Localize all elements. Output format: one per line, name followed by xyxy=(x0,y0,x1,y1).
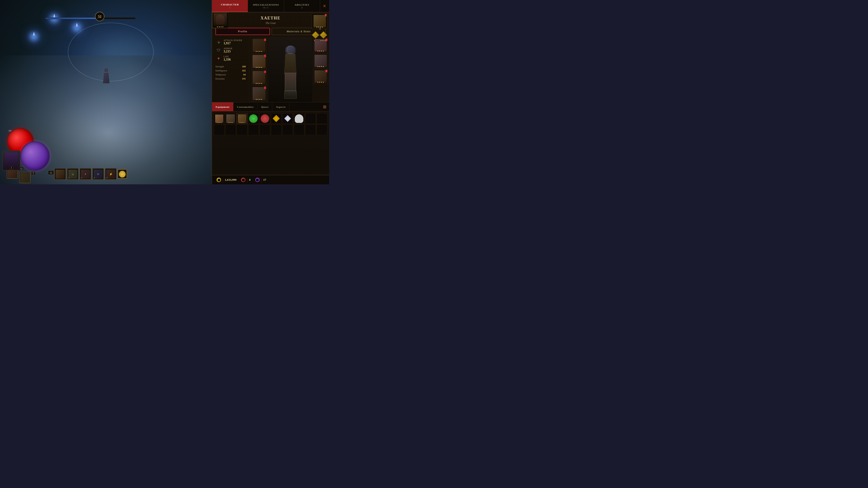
inv-cell-16[interactable] xyxy=(282,125,293,135)
skull-item xyxy=(295,114,303,123)
close-button[interactable]: ✕ xyxy=(320,0,329,12)
exp-bar xyxy=(45,18,135,19)
gold-amount: 1,633,999 xyxy=(225,178,237,182)
yellow-gem xyxy=(273,115,280,122)
stats-panel: ⚔ Attack Power 1,917 🛡 Armor 3,215 xyxy=(212,37,249,102)
stat-armor: 🛡 Armor 3,215 xyxy=(215,47,246,54)
ring-slots-container: ✕ xyxy=(312,30,328,39)
sword-icon: ⚔ xyxy=(215,39,222,45)
inv-cell-7[interactable] xyxy=(294,113,305,124)
inv-cell-14[interactable] xyxy=(259,125,270,135)
inv-cell-10[interactable] xyxy=(214,125,224,135)
stat-strength: Strength 188 xyxy=(215,65,246,68)
equip-chest-slot[interactable] xyxy=(251,54,267,69)
inv-cell-11[interactable] xyxy=(225,125,236,135)
inv-cell-19[interactable] xyxy=(317,125,327,135)
legs-stars xyxy=(256,99,262,100)
flame-2 xyxy=(32,32,36,38)
inv-cell-3[interactable] xyxy=(248,113,259,124)
utility-slot[interactable] xyxy=(118,169,127,179)
inv-cell-18[interactable] xyxy=(305,125,316,135)
inv-cell-13[interactable] xyxy=(248,125,259,135)
equip-head-slot[interactable] xyxy=(251,38,267,53)
hands-stars xyxy=(256,83,262,84)
exp-level-badge: 52 xyxy=(48,170,54,175)
inv-cell-1[interactable] xyxy=(225,113,236,124)
skill-slot-3[interactable]: ❄ 3 xyxy=(92,168,104,180)
inv-tab-aspects[interactable]: Aspects xyxy=(272,102,289,111)
flame-1 xyxy=(52,13,57,20)
companion-key-z: Z xyxy=(9,166,13,169)
skill-slot-2[interactable]: ✦ 2 xyxy=(80,168,91,180)
equip-ring1-slot[interactable] xyxy=(313,54,328,68)
tab-specializations[interactable]: SPECIALIZATIONS IS + C xyxy=(248,0,284,12)
inv-cell-2[interactable] xyxy=(237,113,247,124)
flame-3 xyxy=(74,23,79,29)
inv-cell-6[interactable] xyxy=(282,113,293,124)
stat-life: ♥ Life 1,336 xyxy=(215,55,246,62)
character-main-view: ⚔ Attack Power 1,917 🛡 Armor 3,215 xyxy=(212,37,329,102)
inv-cell-5[interactable] xyxy=(271,113,282,124)
chest-armor-item xyxy=(226,114,235,123)
skill-slot-1[interactable]: ⚔ 1 xyxy=(67,168,79,180)
skill-2-num: 2 xyxy=(81,177,82,179)
stat-willpower: Willpower 94 xyxy=(215,73,246,76)
skill-slot-4[interactable]: ⚡ 4 xyxy=(105,168,117,180)
exp-bar-fill xyxy=(45,18,99,19)
hands-item xyxy=(252,71,266,84)
currency-bar: ⬤ | 1,633,999 ⬤ | 0 ⬤ | 17 xyxy=(212,175,329,184)
secondary-stats: Strength 188 Intelligence 102 Willpower … xyxy=(215,65,246,80)
inv-tab-consumables[interactable]: Consumables xyxy=(234,102,258,111)
game-world: 52 Q T 7/7 Z ⚔ xyxy=(0,0,217,184)
ring-item-left[interactable] xyxy=(312,31,319,39)
character-portrait xyxy=(269,37,312,102)
red-gem xyxy=(260,114,269,123)
legs-item xyxy=(252,87,266,100)
red-shard-amount: 0 xyxy=(249,178,251,182)
equip-legs-slot[interactable] xyxy=(251,86,267,101)
companion-portrait[interactable]: Z xyxy=(2,151,20,170)
skill-slot-lmb[interactable] xyxy=(54,168,66,180)
equip-boots-slot[interactable] xyxy=(313,69,328,84)
inv-cell-0[interactable] xyxy=(214,113,224,124)
skill-portrait-t[interactable] xyxy=(19,172,31,183)
inv-cell-8[interactable] xyxy=(305,113,316,124)
inv-cell-15[interactable] xyxy=(271,125,282,135)
profile-button[interactable]: Profile xyxy=(215,28,270,35)
inv-tab-equipment[interactable]: Equipment xyxy=(212,102,234,111)
inv-tab-quest[interactable]: Quest xyxy=(258,102,273,111)
skill-bar: ⚔ 1 ✦ 2 ❄ 3 ⚡ 4 xyxy=(54,168,127,180)
char-portrait-slot[interactable] xyxy=(212,12,228,28)
player-head xyxy=(104,68,108,72)
mana-orb xyxy=(20,141,50,171)
tab-character[interactable]: CHARACTER C xyxy=(212,0,248,12)
equip-weapon-slot[interactable] xyxy=(312,13,327,29)
offhand-item xyxy=(238,114,246,123)
ring-item-right[interactable] xyxy=(320,31,327,39)
skill-4-num: 4 xyxy=(106,177,107,179)
red-shard-icon: ⬤ xyxy=(241,177,246,182)
stat-intelligence: Intelligence 102 xyxy=(215,69,246,72)
character-panel: CHARACTER C SPECIALIZATIONS IS + C ABILI… xyxy=(212,0,329,184)
chest-stars xyxy=(256,67,262,68)
inv-cell-17[interactable] xyxy=(294,125,305,135)
heart-icon: ♥ xyxy=(215,55,222,62)
armor-item xyxy=(215,115,223,123)
red-shard-currency: ⬤ | 0 xyxy=(241,177,251,183)
inv-cell-9[interactable] xyxy=(317,113,327,124)
ring-remove-icon: ✕ xyxy=(319,27,321,31)
diamond-gem xyxy=(284,115,291,122)
stat-attack-power: ⚔ Attack Power 1,917 xyxy=(215,39,246,45)
equip-hands-slot[interactable] xyxy=(251,70,267,85)
tab-abilities[interactable]: ABILITIES A xyxy=(284,0,320,12)
purple-shard-amount: 17 xyxy=(264,178,266,182)
inventory-section: Equipment Consumables Quest Aspects ⊞ xyxy=(212,102,329,179)
head-item xyxy=(252,39,266,52)
skill-1-num: 1 xyxy=(68,177,69,179)
inv-sort-icon[interactable]: ⊞ xyxy=(320,102,329,111)
inventory-grid xyxy=(212,111,329,137)
inv-cell-12[interactable] xyxy=(237,125,247,135)
inv-cell-4[interactable] xyxy=(259,113,270,124)
health-text: 7/7 xyxy=(8,130,11,132)
inventory-tabs: Equipment Consumables Quest Aspects ⊞ xyxy=(212,102,329,111)
